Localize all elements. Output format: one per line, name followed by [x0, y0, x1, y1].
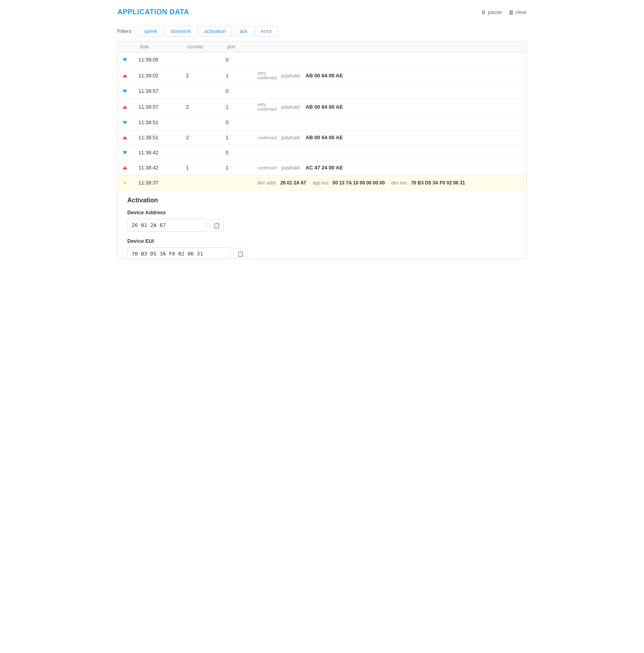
row-direction-icon	[123, 104, 138, 110]
col-counter: counter	[186, 44, 226, 50]
app-title: APPLICATION DATA	[117, 8, 189, 16]
row-direction-icon	[123, 134, 138, 140]
row-dev-addr-label: dev addr:	[257, 180, 277, 186]
device-eui-label: Device EUI	[127, 238, 517, 244]
row-app-eui-label: app eui:	[312, 180, 330, 186]
row-time: 11:38:51	[138, 119, 186, 125]
row-time: 11:38:42	[138, 150, 186, 156]
row-counter: 2	[186, 104, 226, 110]
row-dev-eui-label: dev eui:	[391, 180, 408, 186]
row-direction-icon: ✦	[123, 180, 138, 186]
row-payload-value: AB 00 64 00 AE	[305, 73, 343, 79]
row-payload-value: AB 00 64 00 AE	[305, 104, 343, 110]
table-row[interactable]: 11:39:05 0	[118, 52, 526, 67]
row-type: retryconfirmed	[257, 71, 276, 80]
filter-tab-ack[interactable]: ack	[234, 26, 253, 36]
clear-button[interactable]: 🗑 clear	[508, 9, 527, 15]
row-port: 0	[226, 57, 257, 63]
row-payload-label: payload:	[281, 104, 301, 110]
row-counter: 2	[186, 134, 226, 140]
device-address-input[interactable]	[127, 219, 207, 232]
table-row[interactable]: 11:38:51 2 1 confirmed payload: AB 00 64…	[118, 130, 526, 145]
pause-icon: ⏸	[481, 9, 486, 15]
row-time: 11:38:42	[138, 165, 186, 171]
row-time: 11:38:57	[138, 88, 186, 94]
row-time: 11:38:57	[138, 104, 186, 110]
col-arrow	[123, 44, 138, 50]
copy-device-eui-button[interactable]: 📋	[234, 248, 247, 259]
row-port: 1	[226, 165, 257, 171]
table-row[interactable]: 11:38:42 1 1 confirmed payload: AC 47 24…	[118, 160, 526, 175]
row-payload-label: payload:	[281, 165, 301, 171]
col-time: time	[138, 44, 186, 50]
row-data: retryconfirmed payload: AB 00 64 00 AE	[257, 102, 521, 111]
row-time: 11:38:37	[138, 180, 186, 186]
detail-title: Activation	[127, 197, 517, 204]
row-port: 0	[226, 150, 257, 156]
filters-label: Filters	[117, 28, 131, 34]
row-direction-icon	[123, 119, 138, 125]
device-address-label: Device Address	[127, 209, 517, 215]
row-payload-label: payload:	[281, 73, 301, 79]
row-time: 11:38:51	[138, 134, 186, 140]
copy-device-address-button[interactable]: 📋	[210, 219, 224, 231]
trash-icon: 🗑	[508, 9, 514, 15]
row-direction-icon	[123, 73, 138, 79]
col-port: port	[226, 44, 257, 50]
row-direction-icon	[123, 57, 138, 63]
data-table-wrapper: time counter port 11:39:05 0 11:39:02 2 …	[117, 41, 527, 259]
detail-section: Activation Device Address 📋 Device EUI 📋…	[118, 190, 526, 259]
col-data	[257, 44, 521, 50]
header: APPLICATION DATA ⏸ pause 🗑 clear	[117, 8, 527, 16]
row-type: retryconfirmed	[257, 102, 276, 111]
row-dev-eui-value: 70 B3 D5 3A F0 02 06 31	[411, 180, 465, 186]
row-data: confirmed payload: AB 00 64 00 AE	[257, 134, 521, 140]
row-payload-value: AC 47 24 00 AE	[305, 165, 343, 171]
filters-section: Filters uplink downlink activation ack e…	[117, 26, 527, 36]
pause-label: pause	[488, 9, 502, 15]
row-type: confirmed	[257, 135, 276, 140]
filter-tabs: uplink downlink activation ack error	[138, 26, 278, 36]
device-address-row: 📋	[127, 219, 517, 232]
filter-tab-downlink[interactable]: downlink	[165, 26, 197, 36]
header-actions: ⏸ pause 🗑 clear	[481, 9, 527, 15]
filter-tab-activation[interactable]: activation	[198, 26, 232, 36]
table-header: time counter port	[118, 42, 526, 52]
filter-tab-uplink[interactable]: uplink	[138, 26, 163, 36]
device-eui-row: 📋	[127, 247, 517, 259]
table-row[interactable]: 11:38:57 2 1 retryconfirmed payload: AB …	[118, 99, 526, 115]
pause-button[interactable]: ⏸ pause	[481, 9, 502, 15]
table-row[interactable]: ✦ 11:38:37 dev addr: 26 01 2A 67 app eui…	[118, 175, 526, 190]
row-data: retryconfirmed payload: AB 00 64 00 AE	[257, 71, 521, 80]
row-direction-icon	[123, 88, 138, 94]
table-row[interactable]: 11:39:02 2 1 retryconfirmed payload: AB …	[118, 67, 526, 84]
app-container: APPLICATION DATA ⏸ pause 🗑 clear Filters…	[108, 0, 536, 267]
filter-tab-error[interactable]: error	[255, 26, 278, 36]
row-dev-addr-value: 26 01 2A 67	[280, 180, 306, 186]
row-port: 0	[226, 119, 257, 125]
clear-label: clear	[516, 9, 527, 15]
row-counter: 2	[186, 73, 226, 79]
row-port: 1	[226, 73, 257, 79]
table-row[interactable]: 11:38:51 0	[118, 115, 526, 130]
row-counter: 1	[186, 165, 226, 171]
scroll-container[interactable]: 11:39:05 0 11:39:02 2 1 retryconfirmed p…	[118, 52, 526, 259]
row-app-eui-value: 00 13 7A 10 00 00 00 00	[333, 180, 385, 186]
row-direction-icon	[123, 165, 138, 171]
row-type: confirmed	[257, 165, 276, 170]
row-data: confirmed payload: AC 47 24 00 AE	[257, 165, 521, 171]
row-data: dev addr: 26 01 2A 67 app eui: 00 13 7A …	[257, 180, 521, 186]
row-direction-icon	[123, 150, 138, 156]
row-time: 11:39:05	[138, 57, 186, 63]
table-row[interactable]: 11:38:57 0	[118, 84, 526, 99]
device-eui-input[interactable]	[127, 247, 230, 259]
row-payload-label: payload:	[281, 134, 301, 140]
row-port: 0	[226, 88, 257, 94]
row-port: 1	[226, 134, 257, 140]
row-time: 11:39:02	[138, 73, 186, 79]
row-port: 1	[226, 104, 257, 110]
table-row[interactable]: 11:38:42 0	[118, 145, 526, 160]
row-payload-value: AB 00 64 00 AE	[305, 134, 343, 140]
